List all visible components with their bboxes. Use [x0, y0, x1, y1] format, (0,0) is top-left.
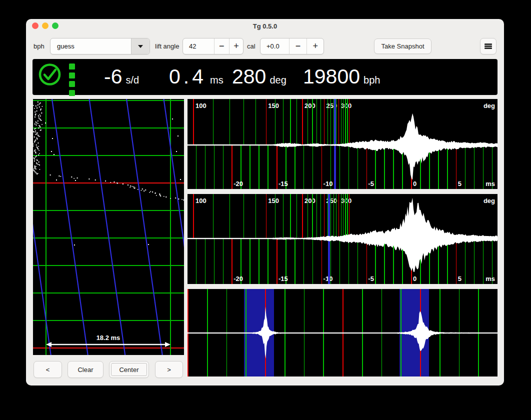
scroll-left-button[interactable]: <: [34, 361, 62, 378]
bph-label: bph: [34, 43, 44, 50]
lift-angle-decrement-button[interactable]: −: [214, 38, 229, 54]
center-button[interactable]: Center: [109, 361, 149, 378]
window-title: Tg 0.5.0: [26, 22, 504, 30]
svg-text:300: 300: [341, 197, 352, 204]
cal-field[interactable]: +0.0: [260, 38, 289, 54]
svg-text:18.2 ms: 18.2 ms: [96, 334, 120, 342]
bph-value: 19800: [303, 66, 360, 88]
cal-increment-button[interactable]: +: [306, 38, 324, 54]
svg-text:150: 150: [268, 197, 279, 204]
svg-text:-10: -10: [324, 275, 333, 282]
hamburger-menu-icon: [484, 43, 492, 50]
lift-angle-stepper: 42 − +: [182, 38, 244, 54]
svg-text:150: 150: [268, 102, 279, 110]
combo-arrow-box[interactable]: [131, 38, 150, 54]
svg-text:0: 0: [413, 275, 416, 282]
cal-label: cal: [247, 43, 256, 50]
amplitude-readout: 280 deg: [232, 66, 286, 88]
svg-text:-15: -15: [278, 180, 288, 188]
rate-unit: s/d: [126, 74, 139, 86]
scroll-right-button[interactable]: >: [155, 361, 183, 378]
beat-error-value: 0.4: [169, 66, 206, 88]
take-snapshot-button[interactable]: Take Snapshot: [374, 38, 432, 54]
paperstrip-plot: 18.2 ms: [33, 99, 184, 355]
svg-text:-20: -20: [234, 180, 243, 188]
svg-text:ms: ms: [486, 180, 495, 188]
menu-button[interactable]: [480, 38, 496, 54]
beat-error-readout: 0.4 ms: [169, 66, 224, 88]
amplitude-value: 280: [232, 66, 266, 88]
cal-decrement-button[interactable]: −: [289, 38, 307, 54]
svg-text:100: 100: [196, 197, 206, 204]
svg-text:5: 5: [458, 275, 462, 282]
svg-text:-15: -15: [278, 275, 288, 282]
svg-text:deg: deg: [484, 102, 495, 110]
chevron-down-icon: [138, 45, 143, 48]
svg-text:200: 200: [304, 102, 316, 110]
cal-stepper: +0.0 − +: [260, 38, 324, 54]
toc-waveform-panel: 100150200250300-20-15-10-505msdeg: [188, 194, 498, 284]
pulse-waveform-panel: [188, 289, 498, 376]
status-bar: -6 s/d 0.4 ms 280 deg 19800 bph: [32, 59, 498, 95]
svg-text:200: 200: [304, 197, 316, 204]
bph-unit: bph: [364, 74, 380, 86]
beat-error-unit: ms: [210, 74, 224, 86]
lift-angle-label: lift angle: [155, 43, 179, 50]
focus-ring: [111, 363, 147, 376]
clear-button[interactable]: Clear: [68, 361, 104, 378]
svg-text:300: 300: [341, 102, 352, 110]
rate-value: -6: [104, 66, 122, 88]
bph-select-value: guess: [50, 42, 131, 50]
svg-text:-20: -20: [234, 275, 243, 282]
svg-text:ms: ms: [486, 275, 495, 282]
clock-ok-icon: [38, 62, 62, 86]
bph-readout: 19800 bph: [303, 66, 380, 88]
svg-text:-10: -10: [324, 180, 333, 188]
bph-select[interactable]: guess: [50, 38, 150, 54]
svg-text:5: 5: [458, 180, 462, 188]
amplitude-unit: deg: [270, 74, 286, 86]
svg-text:100: 100: [196, 102, 206, 110]
svg-text:-5: -5: [368, 180, 374, 188]
tic-waveform-panel: 100150200250300-20-15-10-505msdeg: [188, 99, 498, 189]
svg-text:-5: -5: [368, 275, 374, 282]
lift-angle-increment-button[interactable]: +: [229, 38, 243, 54]
svg-text:0: 0: [413, 180, 416, 188]
svg-text:deg: deg: [484, 197, 495, 204]
lift-angle-field[interactable]: 42: [183, 38, 214, 54]
rate-readout: -6 s/d: [104, 66, 139, 88]
